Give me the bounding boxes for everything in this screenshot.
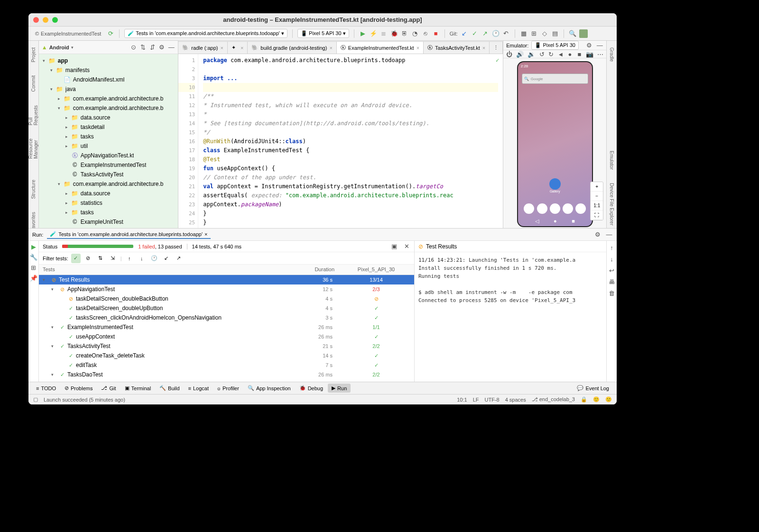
settings-icon[interactable]: ⚙ (158, 44, 166, 51)
apply-code-icon[interactable]: ≣ (380, 30, 388, 37)
test-row[interactable]: ▾✓TasksDaoTest26 ms2/2 (39, 370, 414, 379)
tree-item[interactable]: ▸📁data.source (39, 189, 178, 198)
import-icon[interactable]: ↙ (162, 254, 171, 263)
console-output[interactable]: 11/16 14:23:21: Launching 'Tests in 'com… (415, 252, 606, 382)
zoom-fit-button[interactable]: ⛶ (591, 211, 603, 220)
profile-icon[interactable]: ◔ (411, 30, 419, 37)
bottom-tab-problems[interactable]: ⊘Problems (61, 384, 96, 393)
tab-pull-requests[interactable]: Pull Requests (28, 102, 39, 128)
sort-icon[interactable]: ⇅ (96, 254, 105, 263)
tree-item[interactable]: ▾📁manifests (39, 65, 178, 75)
close-results-icon[interactable]: ✕ (403, 243, 410, 250)
tree-item[interactable]: ▸📁statistics (39, 198, 178, 208)
volume-up-icon[interactable]: 🔊 (516, 50, 524, 58)
more-icon[interactable]: ⋯ (597, 50, 603, 58)
tab-gradle[interactable]: Gradle (608, 45, 615, 64)
git-branch[interactable]: ⎇ end_codelab_3 (532, 396, 575, 403)
home-icon[interactable]: ● (567, 50, 573, 58)
test-row[interactable]: ⊘taskDetailScreen_doubleBackButton4 s⊘ (39, 294, 414, 303)
tab-emulator[interactable]: Emulator (608, 148, 615, 173)
cursor-position[interactable]: 10:1 (457, 397, 467, 403)
debug-icon[interactable]: 🐞 (390, 30, 398, 37)
prev-failed-icon[interactable]: ↑ (125, 254, 134, 263)
tree-item[interactable]: ▸📁com.example.android.architecture.b (39, 94, 178, 103)
project-tree[interactable]: ▾📁app▾📁manifests📄AndroidManifest.xml▾📁ja… (39, 54, 178, 228)
test-row[interactable]: ▾⊘AppNavigationTest12 s2/3 (39, 284, 414, 294)
avatar-icon[interactable] (579, 29, 588, 38)
zoom-in-button[interactable]: + (591, 182, 603, 192)
tree-item[interactable]: ▸📁taskdetail (39, 122, 178, 132)
test-row[interactable]: ▾✓ExampleInstrumentedTest26 ms1/1 (39, 322, 414, 332)
show-passed-icon[interactable]: ✓ (71, 254, 81, 263)
export-icon[interactable]: ↗ (174, 254, 184, 263)
run-icon[interactable]: ▶ (359, 30, 367, 37)
run-hide-icon[interactable]: — (605, 231, 613, 238)
toggle-auto-icon[interactable]: ⊞ (30, 264, 37, 271)
bottom-tab-profiler[interactable]: ⌾Profiler (213, 384, 243, 393)
tree-item[interactable]: ▾📁app (39, 56, 178, 65)
test-row[interactable]: ▾✓TasksActivityTest21 s2/2 (39, 341, 414, 351)
tree-item[interactable]: ▾📁com.example.android.architecture.b (39, 179, 178, 189)
bottom-tab-logcat[interactable]: ≡Logcat (185, 384, 213, 393)
run-config-dropdown[interactable]: 🧪 Tests in 'com.example.android.architec… (124, 29, 287, 38)
attach-icon[interactable]: ⎋ (422, 30, 429, 37)
next-failed-icon[interactable]: ↓ (137, 254, 147, 263)
bottom-tab-debug[interactable]: 🐞Debug (296, 384, 327, 393)
editor-tab[interactable]: 🐘radle (:app)× (178, 41, 228, 54)
phone-screen[interactable]: 2:28 🔍 Google Gallery (518, 62, 592, 226)
editor-tab[interactable]: ⓚTasksActivityTest.kt× (424, 41, 490, 54)
power-icon[interactable]: ⏻ (506, 50, 512, 58)
tree-item[interactable]: ▸📁tasks (39, 208, 178, 217)
test-row[interactable]: ✓createOneTask_deleteTask14 s✓ (39, 351, 414, 360)
select-opened-icon[interactable]: ⊙ (130, 44, 137, 51)
editor-tab[interactable]: ✦× (228, 41, 248, 54)
back-icon[interactable]: ◀ (558, 50, 564, 58)
resource-icon[interactable]: ◇ (541, 30, 548, 37)
status-indicator-icon[interactable]: ▢ (33, 396, 38, 403)
rotate-left-icon[interactable]: ↺ (539, 50, 545, 58)
git-history-icon[interactable]: 🕐 (492, 30, 500, 37)
pin-icon[interactable]: 📌 (30, 274, 37, 282)
stop-icon[interactable]: ■ (432, 30, 440, 37)
clear-icon[interactable]: 🗑 (608, 289, 616, 297)
layout-icon[interactable]: ▤ (551, 30, 559, 37)
tree-item[interactable]: ▾📁java (39, 84, 178, 94)
zoom-out-button[interactable]: − (591, 192, 603, 201)
expand-all-icon[interactable]: ⇅ (139, 44, 147, 51)
coverage-icon[interactable]: ⛨ (401, 30, 408, 37)
emulator-device-dropdown[interactable]: 📱 Pixel 5 API 30 (531, 41, 579, 50)
line-separator[interactable]: LF (473, 397, 479, 403)
git-update-icon[interactable]: ↙ (461, 30, 468, 37)
overview-icon[interactable]: ■ (576, 50, 582, 58)
nav-home-icon[interactable]: ● (554, 218, 557, 224)
show-ignored-icon[interactable]: ⊘ (83, 254, 93, 263)
lock-icon[interactable]: 🔒 (581, 396, 587, 403)
soft-wrap-icon[interactable]: ↩ (608, 266, 616, 274)
bottom-tab-app-inspection[interactable]: 🔍App Inspection (244, 384, 295, 393)
tab-project[interactable]: Project (30, 45, 37, 65)
emulator-settings-icon[interactable]: ⚙ (585, 42, 593, 49)
breadcrumb[interactable]: © ExampleInstrumentedTest (32, 30, 104, 37)
test-row[interactable]: ✓editTask7 s✓ (39, 360, 414, 370)
happy-face-icon[interactable]: 🙂 (593, 396, 600, 403)
test-history-icon[interactable]: 🕐 (149, 254, 159, 263)
nav-overview-icon[interactable]: ■ (572, 218, 575, 224)
hide-icon[interactable]: — (167, 44, 175, 51)
expand-icon[interactable]: ⇲ (108, 254, 118, 263)
chrome-app-icon[interactable] (563, 203, 573, 214)
tree-item[interactable]: ▸📁data.source (39, 113, 178, 122)
apply-changes-icon[interactable]: ⚡ (370, 30, 377, 37)
tree-item[interactable]: ©ExampleInstrumentedTest (39, 160, 178, 170)
volume-down-icon[interactable]: 🔉 (528, 50, 535, 58)
bottom-tab-build[interactable]: 🔨Build (156, 384, 183, 393)
editor-tab[interactable]: 🐘build.gradle (android-testing)× (248, 41, 336, 54)
test-row[interactable]: ▾⊘Test Results36 s13/14 (39, 275, 414, 284)
maps-app-icon[interactable] (550, 203, 560, 214)
gallery-app-icon[interactable]: Gallery (549, 178, 561, 193)
tree-item[interactable]: 📄AndroidManifest.xml (39, 75, 178, 84)
git-push-icon[interactable]: ↗ (481, 30, 489, 37)
bottom-tab-run[interactable]: ▶Run (328, 384, 351, 393)
test-row[interactable]: ✓useAppContext26 ms✓ (39, 332, 414, 341)
indent-setting[interactable]: 4 spaces (505, 397, 526, 403)
device-dropdown[interactable]: 📱 Pixel 5 API 30 ▾ (297, 29, 349, 38)
